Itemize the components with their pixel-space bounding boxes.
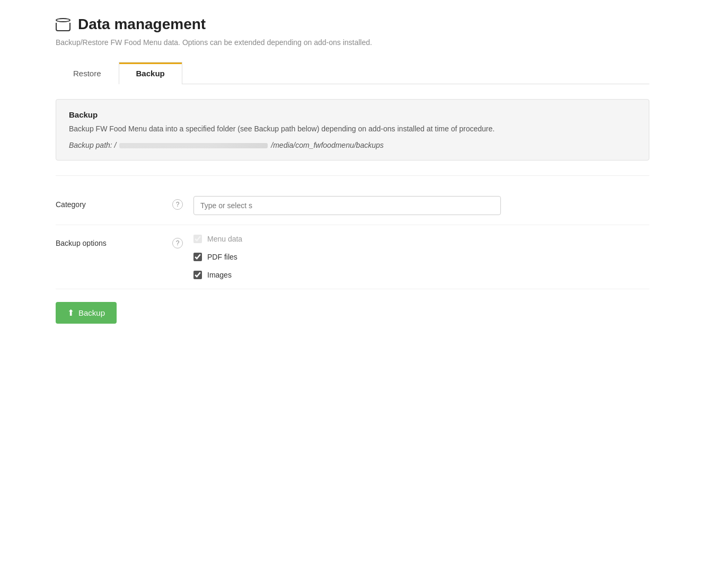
checkbox-pdf-files[interactable]: PDF files bbox=[193, 253, 649, 261]
tab-restore[interactable]: Restore bbox=[56, 62, 119, 84]
page-header: Data management bbox=[56, 16, 649, 33]
form-actions: ⬆ Backup bbox=[56, 289, 649, 324]
tabs-bar: Restore Backup bbox=[56, 61, 649, 84]
database-icon bbox=[56, 18, 70, 31]
tab-backup[interactable]: Backup bbox=[119, 62, 182, 84]
backup-options-field: Menu data PDF files Images bbox=[193, 235, 649, 279]
checkbox-menu-data[interactable]: Menu data bbox=[193, 235, 649, 243]
checkbox-pdf-files-input[interactable] bbox=[193, 253, 202, 261]
category-help-icon[interactable]: ? bbox=[172, 199, 183, 210]
info-box-description: Backup FW Food Menu data into a specifie… bbox=[69, 123, 636, 135]
page-wrapper: Data management Backup/Restore FW Food M… bbox=[34, 0, 671, 345]
checkbox-menu-data-label: Menu data bbox=[207, 235, 242, 243]
info-box-title: Backup bbox=[69, 110, 636, 119]
path-redacted bbox=[119, 143, 268, 148]
category-field bbox=[193, 196, 649, 215]
category-help: ? bbox=[172, 196, 193, 210]
page-title: Data management bbox=[78, 16, 206, 33]
backup-options-label: Backup options bbox=[56, 235, 172, 247]
checkbox-group: Menu data PDF files Images bbox=[193, 235, 649, 279]
checkbox-pdf-files-label: PDF files bbox=[207, 253, 237, 261]
form-section: Category ? Backup options ? Menu data bbox=[56, 175, 649, 324]
backup-options-help-icon[interactable]: ? bbox=[172, 238, 183, 248]
backup-info-box: Backup Backup FW Food Menu data into a s… bbox=[56, 99, 649, 161]
checkbox-images[interactable]: Images bbox=[193, 271, 649, 279]
checkbox-images-input[interactable] bbox=[193, 271, 202, 279]
backup-options-help: ? bbox=[172, 235, 193, 248]
backup-button[interactable]: ⬆ Backup bbox=[56, 302, 117, 324]
backup-upload-icon: ⬆ bbox=[67, 308, 74, 318]
category-input[interactable] bbox=[193, 196, 501, 215]
category-label: Category bbox=[56, 196, 172, 209]
checkbox-menu-data-input[interactable] bbox=[193, 235, 202, 243]
backup-options-row: Backup options ? Menu data PDF files bbox=[56, 225, 649, 289]
info-box-path: Backup path: / /media/com_fwfoodmenu/bac… bbox=[69, 141, 636, 149]
page-subtitle: Backup/Restore FW Food Menu data. Option… bbox=[56, 38, 649, 47]
category-row: Category ? bbox=[56, 186, 649, 225]
checkbox-images-label: Images bbox=[207, 271, 232, 279]
